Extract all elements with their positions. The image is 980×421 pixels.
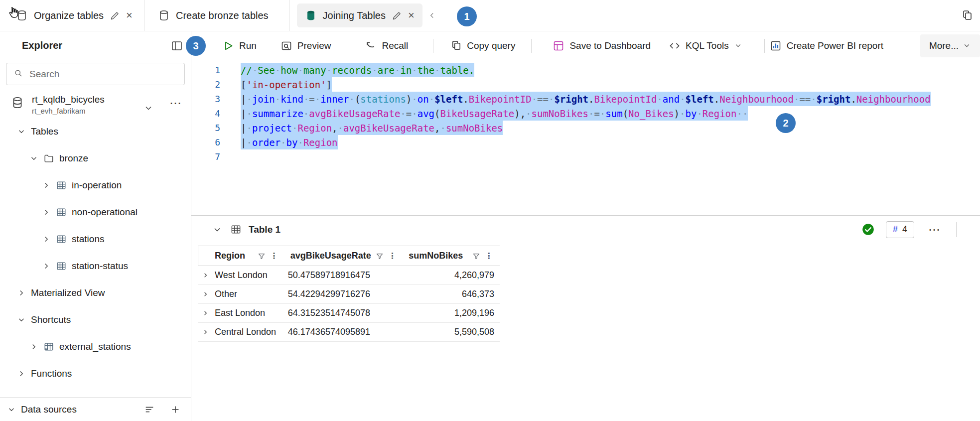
code-line[interactable]: 5|·project·Region,·avgBikeUsageRate,·sum… bbox=[191, 121, 980, 135]
tree-item-in-operation[interactable]: in-operation bbox=[0, 172, 191, 199]
rename-tab-icon[interactable] bbox=[392, 10, 402, 21]
filter-icon[interactable] bbox=[472, 252, 480, 260]
preview-button[interactable]: Preview bbox=[280, 40, 331, 52]
table-row[interactable]: Other54.42294299716276646,373 bbox=[198, 285, 500, 304]
table-row[interactable]: Central London46.174365740958915,590,508 bbox=[198, 323, 500, 342]
cell-avg-bike-usage-rate: 64.31523514745078 bbox=[284, 308, 403, 318]
tree-item-non-operational[interactable]: non-operational bbox=[0, 199, 191, 226]
data-sources-footer[interactable]: Data sources bbox=[0, 397, 191, 421]
row-expander-icon[interactable] bbox=[202, 290, 209, 298]
table-row[interactable]: West London50.475897189164754,260,979 bbox=[198, 266, 500, 285]
database-item[interactable]: rt_kqldb_bicycles rt_evh_fabrikam ⋯ bbox=[0, 90, 191, 118]
chevron-down-icon[interactable] bbox=[17, 127, 26, 136]
code-line[interactable]: 3|·join·kind·=·inner·(stations)·on·$left… bbox=[191, 92, 980, 106]
column-header-region[interactable]: Region⋮ bbox=[198, 246, 285, 266]
chevron-left-icon[interactable] bbox=[427, 11, 436, 20]
column-menu-icon[interactable]: ⋮ bbox=[388, 251, 396, 261]
chevron-right-icon[interactable] bbox=[17, 288, 26, 297]
code-line[interactable]: 6|·order·by·Region bbox=[191, 135, 980, 149]
chevron-down-icon[interactable] bbox=[29, 154, 38, 163]
search-input[interactable] bbox=[29, 69, 177, 80]
tree-item-label: bronze bbox=[59, 153, 88, 164]
callout-badge-2: 2 bbox=[776, 113, 796, 133]
chevron-right-icon[interactable] bbox=[42, 235, 51, 244]
create-power-bi-report-button[interactable]: Create Power BI report bbox=[770, 40, 883, 52]
column-menu-icon[interactable]: ⋮ bbox=[485, 251, 493, 261]
chevron-down-icon[interactable] bbox=[212, 225, 222, 235]
filter-icon[interactable] bbox=[376, 252, 384, 260]
chevron-down-icon bbox=[734, 41, 742, 50]
more-button[interactable]: More... bbox=[920, 34, 980, 57]
chevron-right-icon[interactable] bbox=[42, 262, 51, 271]
column-menu-icon[interactable]: ⋮ bbox=[270, 251, 278, 261]
chevron-down-icon[interactable] bbox=[17, 315, 26, 324]
code-icon bbox=[669, 40, 681, 52]
main-area: Explorer rt_kqldb_bicycles rt_evh_fabrik… bbox=[0, 31, 980, 421]
filter-list-icon[interactable] bbox=[144, 404, 155, 415]
cell-sum-no-bikes: 5,590,508 bbox=[403, 327, 500, 337]
tab-joining-tables[interactable]: Joining Tables × bbox=[297, 3, 422, 27]
filter-icon[interactable] bbox=[258, 252, 266, 260]
tree-item-label: external_stations bbox=[59, 341, 131, 352]
rename-tab-icon[interactable] bbox=[110, 10, 120, 21]
code-editor[interactable]: 1//·See·how·many·records·are·in·the·tabl… bbox=[191, 60, 980, 215]
cell-avg-bike-usage-rate: 50.47589718916475 bbox=[284, 270, 403, 281]
tree-item-tables[interactable]: Tables bbox=[0, 118, 191, 145]
folder-icon bbox=[43, 153, 54, 164]
column-header-avgbikeusagerate[interactable]: avgBikeUsageRate⋮ bbox=[285, 246, 404, 266]
copy-query-button[interactable]: Copy query bbox=[450, 40, 515, 51]
table-shortcut-icon bbox=[43, 341, 54, 352]
tree-item-shortcuts[interactable]: Shortcuts bbox=[0, 306, 191, 333]
column-header-label: sumNoBikes bbox=[409, 251, 463, 261]
chevron-down-icon bbox=[963, 41, 971, 50]
selection-highlight: |·join·kind·=·inner·(stations)·on·$left.… bbox=[241, 92, 931, 106]
explorer-tree: Tablesbronzein-operationnon-operationals… bbox=[0, 118, 191, 397]
close-tab-icon[interactable]: × bbox=[126, 10, 133, 21]
tree-item-station-status[interactable]: station-status bbox=[0, 253, 191, 280]
cell-avg-bike-usage-rate: 54.42294299716276 bbox=[284, 289, 403, 299]
chevron-down-icon[interactable] bbox=[7, 405, 16, 414]
chevron-down-icon[interactable] bbox=[143, 103, 153, 113]
code-line[interactable]: 7 bbox=[191, 149, 980, 164]
selection-highlight: |·summarize·avgBikeUsageRate·=·avg(BikeU… bbox=[241, 106, 748, 121]
row-expander-icon[interactable] bbox=[202, 328, 209, 336]
table-icon bbox=[56, 207, 67, 218]
row-expander-icon[interactable] bbox=[202, 272, 209, 279]
row-count-badge[interactable]: # 4 bbox=[886, 221, 914, 238]
cell-region: West London bbox=[215, 270, 268, 281]
tree-item-functions[interactable]: Functions bbox=[0, 360, 191, 387]
tree-item-bronze[interactable]: bronze bbox=[0, 145, 191, 172]
cell-sum-no-bikes: 1,209,196 bbox=[403, 308, 500, 318]
cell-region: East London bbox=[215, 308, 265, 318]
table-row[interactable]: East London64.315235147450781,209,196 bbox=[198, 304, 500, 323]
recall-button[interactable]: Recall bbox=[365, 40, 408, 52]
save-to-dashboard-button[interactable]: Save to Dashboard bbox=[553, 40, 651, 52]
chevron-right-icon[interactable] bbox=[42, 208, 51, 217]
results-panel: Table 1 # 4 ⋯ Region⋮avgBikeU bbox=[191, 215, 980, 421]
tab-organize-tables[interactable]: Organize tables × bbox=[0, 0, 145, 31]
chevron-right-icon[interactable] bbox=[42, 181, 51, 190]
run-button[interactable]: Run bbox=[222, 40, 257, 52]
tree-item-external-stations[interactable]: external_stations bbox=[0, 333, 191, 360]
tree-item-materialized-view[interactable]: Materialized View bbox=[0, 280, 191, 306]
copy-pages-icon[interactable] bbox=[961, 9, 973, 21]
collapse-panel-icon[interactable] bbox=[171, 40, 183, 52]
chevron-right-icon[interactable] bbox=[29, 342, 38, 351]
chevron-right-icon[interactable] bbox=[17, 369, 26, 378]
search-box[interactable] bbox=[6, 63, 185, 85]
add-icon[interactable] bbox=[170, 404, 181, 415]
close-tab-icon[interactable]: × bbox=[408, 10, 415, 21]
more-options-icon[interactable]: ⋯ bbox=[928, 223, 941, 237]
more-options-icon[interactable]: ⋯ bbox=[169, 96, 182, 110]
code-line[interactable]: 2['in-operation'] bbox=[191, 77, 980, 92]
kql-tools-button[interactable]: KQL Tools bbox=[669, 40, 742, 52]
tab-label: Create bronze tables bbox=[176, 10, 269, 21]
tab-create-bronze-tables[interactable]: Create bronze tables bbox=[145, 0, 290, 31]
database-name: rt_kqldb_bicycles bbox=[32, 94, 105, 105]
code-line[interactable]: 1//·See·how·many·records·are·in·the·tabl… bbox=[191, 63, 980, 77]
code-line[interactable]: 4|·summarize·avgBikeUsageRate·=·avg(Bike… bbox=[191, 106, 980, 121]
table-icon bbox=[56, 234, 67, 245]
row-expander-icon[interactable] bbox=[202, 309, 209, 317]
column-header-sumnobikes[interactable]: sumNoBikes⋮ bbox=[403, 246, 500, 266]
tree-item-stations[interactable]: stations bbox=[0, 226, 191, 253]
